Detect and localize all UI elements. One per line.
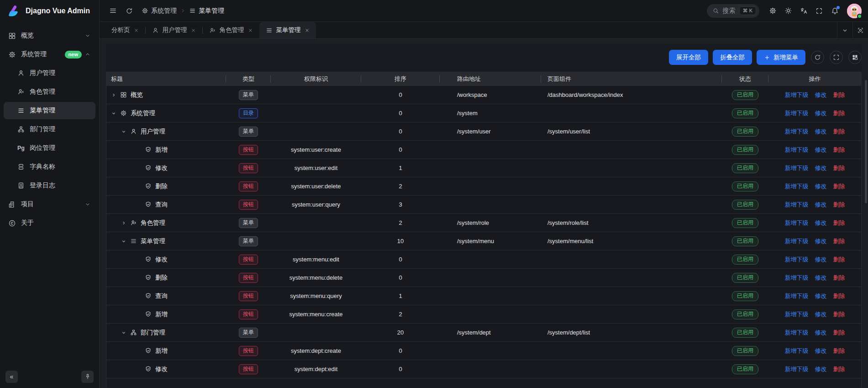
delete-link[interactable]: 删除 bbox=[833, 182, 845, 191]
edit-link[interactable]: 修改 bbox=[815, 146, 827, 154]
edit-link[interactable]: 修改 bbox=[815, 292, 827, 300]
sidebar-item-login-logs[interactable]: 登录日志 bbox=[4, 177, 95, 194]
edit-link[interactable]: 修改 bbox=[815, 310, 827, 319]
type-badge: 菜单 bbox=[239, 328, 258, 338]
page-scrollbar[interactable] bbox=[865, 80, 867, 203]
edit-link[interactable]: 修改 bbox=[815, 91, 827, 99]
collapse-caret-icon[interactable] bbox=[111, 111, 120, 116]
edit-link[interactable]: 修改 bbox=[815, 219, 827, 227]
add-child-link[interactable]: 新增下级 bbox=[785, 292, 809, 300]
table-fullscreen-button[interactable] bbox=[830, 51, 843, 64]
expand-caret-icon[interactable] bbox=[111, 92, 120, 98]
sidebar-item-label: 部门管理 bbox=[30, 125, 91, 133]
sidebar-item-departments[interactable]: 部门管理 bbox=[4, 121, 95, 138]
delete-link[interactable]: 删除 bbox=[833, 146, 845, 154]
refresh-table-button[interactable] bbox=[811, 51, 824, 64]
collapse-all-button[interactable]: 折叠全部 bbox=[713, 50, 752, 65]
close-icon[interactable] bbox=[305, 28, 310, 33]
breadcrumb-item-menus[interactable]: 菜单管理 bbox=[189, 7, 224, 15]
app-logo[interactable]: Djagno Vue Admin bbox=[0, 0, 99, 22]
delete-link[interactable]: 删除 bbox=[833, 201, 845, 209]
sidebar-item-about[interactable]: 关于 bbox=[4, 214, 95, 232]
add-child-link[interactable]: 新增下级 bbox=[785, 274, 809, 282]
fullscreen-button[interactable] bbox=[812, 4, 826, 18]
collapse-caret-icon[interactable] bbox=[121, 129, 130, 134]
delete-link[interactable]: 删除 bbox=[833, 310, 845, 319]
add-child-link[interactable]: 新增下级 bbox=[785, 164, 809, 172]
column-settings-button[interactable] bbox=[848, 51, 862, 64]
delete-link[interactable]: 删除 bbox=[833, 329, 845, 337]
add-child-link[interactable]: 新增下级 bbox=[785, 329, 809, 337]
tab-users[interactable]: 用户管理 bbox=[146, 22, 202, 38]
add-child-link[interactable]: 新增下级 bbox=[785, 109, 809, 117]
close-icon[interactable] bbox=[134, 28, 139, 33]
delete-link[interactable]: 删除 bbox=[833, 164, 845, 172]
tab-analysis[interactable]: 分析页 bbox=[105, 22, 145, 38]
edit-link[interactable]: 修改 bbox=[815, 365, 827, 373]
tab-menu-dropdown-button[interactable] bbox=[837, 22, 852, 38]
close-icon[interactable] bbox=[248, 28, 253, 33]
breadcrumb-item-system[interactable]: 系统管理 bbox=[142, 7, 177, 15]
delete-link[interactable]: 删除 bbox=[833, 91, 845, 99]
pin-button[interactable] bbox=[81, 371, 94, 383]
delete-link[interactable]: 删除 bbox=[833, 255, 845, 264]
add-child-link[interactable]: 新增下级 bbox=[785, 219, 809, 227]
expand-all-button[interactable]: 展开全部 bbox=[669, 50, 708, 65]
sidebar-item-system[interactable]: 系统管理 new bbox=[4, 46, 95, 63]
add-child-link[interactable]: 新增下级 bbox=[785, 91, 809, 99]
sidebar-item-project[interactable]: 项目 bbox=[4, 196, 95, 213]
settings-button[interactable] bbox=[766, 4, 779, 18]
search-input[interactable]: 搜索 ⌘ K bbox=[707, 4, 759, 18]
edit-link[interactable]: 修改 bbox=[815, 109, 827, 117]
edit-link[interactable]: 修改 bbox=[815, 255, 827, 264]
edit-link[interactable]: 修改 bbox=[815, 237, 827, 245]
edit-link[interactable]: 修改 bbox=[815, 128, 827, 136]
theme-toggle-button[interactable] bbox=[781, 4, 795, 18]
user-avatar[interactable] bbox=[847, 4, 862, 18]
expand-caret-icon[interactable] bbox=[121, 220, 130, 226]
add-child-link[interactable]: 新增下级 bbox=[785, 182, 809, 191]
sidebar-item-menus[interactable]: 菜单管理 bbox=[4, 102, 95, 119]
add-child-link[interactable]: 新增下级 bbox=[785, 146, 809, 154]
language-button[interactable] bbox=[797, 4, 810, 18]
add-child-link[interactable]: 新增下级 bbox=[785, 237, 809, 245]
delete-link[interactable]: 删除 bbox=[833, 237, 845, 245]
delete-link[interactable]: 删除 bbox=[833, 128, 845, 136]
collapse-caret-icon[interactable] bbox=[121, 330, 130, 335]
edit-link[interactable]: 修改 bbox=[815, 164, 827, 172]
refresh-page-button[interactable] bbox=[122, 4, 136, 18]
delete-link[interactable]: 删除 bbox=[833, 365, 845, 373]
content-maximize-button[interactable] bbox=[852, 22, 868, 38]
sidebar-item-overview[interactable]: 概览 bbox=[4, 27, 95, 44]
sidebar-item-positions[interactable]: Pg 岗位管理 bbox=[4, 139, 95, 157]
sidebar-item-dictionary[interactable]: 字典名称 bbox=[4, 158, 95, 175]
add-child-link[interactable]: 新增下级 bbox=[785, 255, 809, 264]
edit-link[interactable]: 修改 bbox=[815, 274, 827, 282]
delete-link[interactable]: 删除 bbox=[833, 274, 845, 282]
add-child-link[interactable]: 新增下级 bbox=[785, 310, 809, 319]
delete-link[interactable]: 删除 bbox=[833, 292, 845, 300]
delete-link[interactable]: 删除 bbox=[833, 347, 845, 355]
edit-link[interactable]: 修改 bbox=[815, 347, 827, 355]
close-icon[interactable] bbox=[191, 28, 196, 33]
sidebar-collapse-button[interactable]: « bbox=[5, 371, 18, 383]
tab-menus[interactable]: 菜单管理 bbox=[259, 22, 316, 38]
add-menu-button[interactable]: 新增菜单 bbox=[757, 50, 805, 65]
sidebar-item-users[interactable]: 用户管理 bbox=[4, 64, 95, 82]
edit-link[interactable]: 修改 bbox=[815, 182, 827, 191]
add-child-link[interactable]: 新增下级 bbox=[785, 201, 809, 209]
add-child-link[interactable]: 新增下级 bbox=[785, 347, 809, 355]
add-child-link[interactable]: 新增下级 bbox=[785, 365, 809, 373]
notifications-button[interactable] bbox=[828, 4, 842, 18]
sidebar-item-roles[interactable]: 角色管理 bbox=[4, 83, 95, 101]
edit-link[interactable]: 修改 bbox=[815, 201, 827, 209]
delete-link[interactable]: 删除 bbox=[833, 109, 845, 117]
tab-roles[interactable]: 角色管理 bbox=[203, 22, 259, 38]
copyright-icon bbox=[8, 219, 16, 227]
collapse-caret-icon[interactable] bbox=[121, 239, 130, 244]
delete-link[interactable]: 删除 bbox=[833, 219, 845, 227]
row-title: 修改 bbox=[155, 255, 168, 264]
add-child-link[interactable]: 新增下级 bbox=[785, 128, 809, 136]
sidebar-toggle-button[interactable] bbox=[106, 4, 120, 18]
edit-link[interactable]: 修改 bbox=[815, 329, 827, 337]
